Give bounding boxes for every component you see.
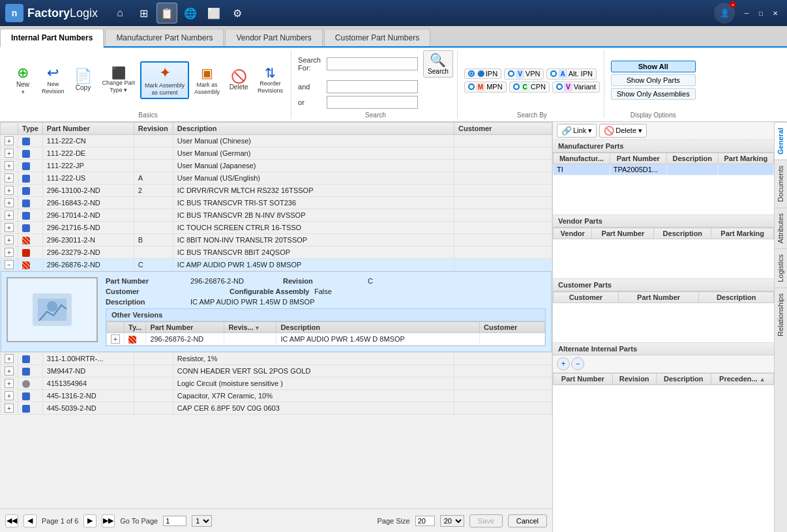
ov-col-part-number[interactable]: Part Number	[146, 322, 224, 333]
col-type[interactable]: Type	[18, 123, 43, 135]
copy-button[interactable]: 📄 Copy	[70, 66, 97, 95]
ap-col-precedence[interactable]: Preceden... ▲	[711, 374, 773, 385]
table-row-selected[interactable]: − 296-26876-2-ND C IC AMP AUDIO PWR 1.45…	[1, 259, 552, 271]
side-tab-attributes[interactable]: Attributes	[775, 207, 787, 248]
expand-btn[interactable]: +	[5, 198, 14, 207]
expand-btn[interactable]: +	[5, 223, 14, 232]
delete-button[interactable]: 🚫 Delete	[225, 67, 252, 94]
expand-btn[interactable]: +	[5, 186, 14, 195]
tab-internal-part-numbers[interactable]: Internal Part Numbers	[0, 29, 104, 48]
table-row[interactable]: + 296-23279-2-ND IC BUS TRANSCVR 8BIT 24…	[1, 246, 552, 259]
expand-btn[interactable]: +	[5, 366, 14, 376]
col-revision[interactable]: Revision	[134, 123, 173, 135]
ov-col-customer[interactable]: Customer	[480, 322, 545, 333]
table-wrapper[interactable]: Type Part Number Revision Description Cu…	[0, 122, 552, 509]
expand-btn[interactable]: +	[5, 379, 14, 388]
tab-customer-part-numbers[interactable]: Customer Part Numbers	[324, 29, 430, 46]
close-btn[interactable]: ✕	[769, 7, 782, 20]
mark-as-assembly-button[interactable]: ▣ Mark asAssembly	[190, 63, 224, 98]
expand-btn[interactable]: +	[5, 149, 14, 158]
ap-col-description[interactable]: Description	[656, 374, 711, 385]
table-row[interactable]: + 3M9447-ND CONN HEADER VERT SGL 2POS GO…	[1, 365, 552, 377]
alt-ipn-radio-btn[interactable]: A Alt. IPN	[546, 68, 597, 80]
document-nav-btn[interactable]: 📋	[156, 3, 177, 23]
table-row[interactable]: + 296-13100-2-ND 2 IC DRVR/RCVR MLTCH RS…	[1, 185, 552, 197]
mark-assembly-current-button[interactable]: ✦ Mark Assemblyas current	[140, 61, 189, 100]
tab-manufacturer-part-numbers[interactable]: Manufacturer Part Numbers	[105, 29, 224, 46]
col-description[interactable]: Description	[173, 123, 454, 135]
ov-table-row[interactable]: + 296-26876-2-ND IC AMP AUDIO PWR 1.45W …	[107, 333, 545, 346]
search-button[interactable]: 🔍 Search	[423, 50, 453, 78]
delete-rp-button[interactable]: 🚫 Delete ▾	[599, 124, 647, 138]
globe-nav-btn[interactable]: 🌐	[180, 3, 201, 23]
cp-col-part-number[interactable]: Part Number	[618, 292, 698, 303]
col-customer[interactable]: Customer	[454, 123, 552, 135]
monitor-nav-btn[interactable]: ⬜	[203, 3, 224, 23]
table-row[interactable]: + 445-5039-2-ND CAP CER 6.8PF 50V C0G 06…	[1, 402, 552, 415]
show-all-button[interactable]: Show All	[611, 61, 696, 72]
side-tab-relationships[interactable]: Relationships	[775, 288, 787, 342]
mp-col-manufacturer[interactable]: Manufactur...	[554, 153, 610, 164]
vp-col-description[interactable]: Description	[654, 228, 711, 239]
grid-nav-btn[interactable]: ⊞	[133, 3, 154, 23]
table-row[interactable]: + 111-222-US A User Manual (US/English)	[1, 172, 552, 185]
mp-col-part-marking[interactable]: Part Marking	[718, 153, 773, 164]
show-only-assemblies-button[interactable]: Show Only Assemblies	[611, 88, 696, 100]
col-part-number[interactable]: Part Number	[42, 123, 134, 135]
expand-btn[interactable]: +	[5, 235, 14, 244]
table-row[interactable]: + 111-222-DE User Manual (German)	[1, 147, 552, 160]
expand-btn[interactable]: +	[5, 391, 14, 400]
search-for-input[interactable]	[327, 57, 418, 70]
alt-add-btn[interactable]: +	[557, 357, 570, 370]
ov-col-description[interactable]: Description	[276, 322, 480, 333]
side-tab-general[interactable]: General	[775, 122, 787, 160]
table-row[interactable]: + 111-222-JP User Manual (Japanese)	[1, 160, 552, 172]
expand-btn[interactable]: +	[5, 248, 14, 257]
table-row[interactable]: + 311-1.00HRTR-... Resistor, 1%	[1, 353, 552, 365]
cp-col-description[interactable]: Description	[699, 292, 774, 303]
table-row[interactable]: + 296-21716-5-ND IC TOUCH SCREEN CTRLR 1…	[1, 222, 552, 234]
cancel-button[interactable]: Cancel	[508, 514, 547, 527]
next-page-btn[interactable]: ▶	[83, 514, 97, 527]
table-row[interactable]: + 445-1316-2-ND Capacitor, X7R Ceramic, …	[1, 390, 552, 402]
ov-expand-btn[interactable]: +	[111, 334, 120, 344]
restore-btn[interactable]: □	[754, 7, 767, 20]
prev-page-btn[interactable]: ◀	[23, 514, 37, 527]
first-page-btn[interactable]: ◀◀	[5, 514, 18, 527]
save-button[interactable]: Save	[469, 514, 503, 527]
table-row[interactable]: + 111-222-CN User Manual (Chinese)	[1, 135, 552, 147]
expand-btn[interactable]: +	[5, 354, 14, 363]
vp-col-vendor[interactable]: Vendor	[554, 228, 592, 239]
variant-radio-btn[interactable]: V Variant	[552, 81, 600, 93]
side-tab-logistics[interactable]: Logistics	[775, 248, 787, 288]
ov-col-revision[interactable]: Revis... ▾	[224, 322, 276, 333]
reorder-revisions-button[interactable]: ⇅ ReorderRevisions	[254, 64, 287, 97]
goto-page-select[interactable]: 1	[192, 515, 212, 527]
cpn-radio-btn[interactable]: C CPN	[509, 81, 550, 93]
mp-table-row[interactable]: TI TPA2005D1...	[554, 164, 774, 175]
ap-col-part-number[interactable]: Part Number	[554, 374, 613, 385]
show-only-parts-button[interactable]: Show Only Parts	[611, 74, 696, 86]
user-profile-btn[interactable]: 👤 ×	[714, 3, 735, 23]
new-button[interactable]: ⊕ New ▾	[9, 63, 37, 98]
table-row[interactable]: + 296-17014-2-ND IC BUS TRANSCVR 2B N-IN…	[1, 209, 552, 222]
vpn-radio-btn[interactable]: V VPN	[504, 68, 544, 80]
table-row[interactable]: + 296-23011-2-N B IC 8BIT NON-INV TRANSL…	[1, 234, 552, 246]
page-size-select[interactable]: 20	[440, 515, 464, 527]
goto-page-input[interactable]	[163, 516, 186, 526]
table-row[interactable]: + 4151354964 Logic Circuit (moisture sen…	[1, 377, 552, 390]
minimize-btn[interactable]: ─	[740, 7, 753, 20]
expand-btn[interactable]: +	[5, 211, 14, 220]
search-and-input[interactable]	[327, 80, 418, 93]
expand-btn[interactable]: +	[5, 173, 14, 183]
ov-col-type[interactable]: Ty...	[125, 322, 146, 333]
home-nav-btn[interactable]: ⌂	[110, 3, 130, 23]
table-row[interactable]: + 296-16843-2-ND IC BUS TRANSCVR TRI-ST …	[1, 197, 552, 209]
page-size-input[interactable]	[415, 516, 435, 526]
ap-col-revision[interactable]: Revision	[612, 374, 656, 385]
tab-vendor-part-numbers[interactable]: Vendor Part Numbers	[225, 29, 322, 46]
search-or-input[interactable]	[327, 96, 418, 109]
side-tab-documents[interactable]: Documents	[775, 160, 787, 207]
ipn-radio-btn[interactable]: 🔵 IPN	[464, 68, 501, 79]
mp-col-part-number[interactable]: Part Number	[610, 153, 666, 164]
